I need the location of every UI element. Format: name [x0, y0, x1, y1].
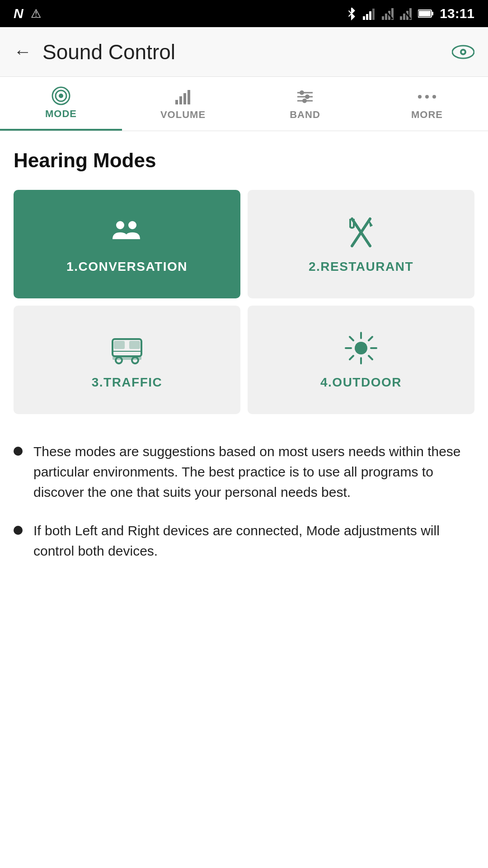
- tab-mode[interactable]: MODE: [0, 77, 122, 131]
- signal-icon: [363, 7, 376, 20]
- tab-more[interactable]: MORE: [366, 77, 488, 131]
- bullet-1: [14, 447, 23, 456]
- warning-icon: ⚠: [31, 7, 41, 21]
- info-item-2: If both Left and Right devices are conne…: [14, 520, 474, 561]
- svg-rect-2: [363, 16, 365, 20]
- conversation-icon: [109, 214, 145, 250]
- band-tab-icon: [296, 87, 314, 106]
- tab-band-label: BAND: [290, 109, 320, 121]
- bullet-2: [14, 526, 23, 535]
- tab-band[interactable]: BAND: [244, 77, 366, 131]
- tab-volume[interactable]: VOLUME: [122, 77, 244, 131]
- main-content: Hearing Modes 1.CONVERSATION: [0, 131, 488, 597]
- svg-rect-5: [372, 9, 375, 20]
- svg-point-36: [425, 95, 429, 99]
- svg-rect-7: [385, 14, 387, 20]
- battery-icon: [418, 9, 434, 19]
- mode-grid: 1.CONVERSATION 2.RESTAURANT: [14, 190, 474, 414]
- svg-line-54: [350, 337, 353, 340]
- svg-point-21: [462, 51, 465, 53]
- eye-icon[interactable]: [452, 44, 474, 60]
- no-signal2-icon: [400, 7, 413, 20]
- tab-volume-label: VOLUME: [160, 109, 206, 121]
- info-list: These modes are suggestions based on mos…: [14, 441, 474, 561]
- svg-point-24: [59, 94, 63, 98]
- svg-point-39: [128, 221, 136, 229]
- svg-line-55: [369, 356, 372, 359]
- n-logo-icon: N: [14, 6, 23, 21]
- svg-point-35: [418, 95, 422, 99]
- svg-rect-25: [175, 100, 178, 104]
- svg-rect-6: [382, 16, 384, 20]
- tab-mode-label: MODE: [45, 108, 77, 120]
- page-title: Sound Control: [42, 40, 452, 64]
- svg-rect-27: [183, 93, 186, 104]
- mode-outdoor-label: 4.OUTDOOR: [320, 375, 402, 390]
- tab-bar: MODE VOLUME BAND MORE: [0, 77, 488, 131]
- mode-restaurant-card[interactable]: 2.RESTAURANT: [248, 190, 474, 298]
- svg-point-34: [302, 99, 307, 103]
- svg-line-56: [369, 337, 372, 340]
- status-time: 13:11: [440, 6, 474, 21]
- outdoor-icon: [343, 330, 379, 366]
- svg-point-38: [116, 221, 124, 229]
- svg-rect-44: [130, 341, 140, 349]
- traffic-icon: [109, 330, 145, 366]
- info-item-1: These modes are suggestions based on mos…: [14, 441, 474, 502]
- svg-rect-17: [432, 12, 433, 15]
- back-button[interactable]: ←: [14, 42, 32, 62]
- app-bar: ← Sound Control: [0, 27, 488, 77]
- svg-point-32: [300, 90, 304, 95]
- hearing-modes-title: Hearing Modes: [14, 149, 474, 172]
- info-text-1: These modes are suggestions based on mos…: [33, 441, 474, 502]
- mode-traffic-card[interactable]: 3.TRAFFIC: [14, 306, 240, 414]
- mode-conversation-card[interactable]: 1.CONVERSATION: [14, 190, 240, 298]
- svg-rect-26: [179, 96, 182, 104]
- info-text-2: If both Left and Right devices are conne…: [33, 520, 474, 561]
- no-signal-icon: [382, 7, 394, 20]
- svg-point-37: [432, 95, 436, 99]
- svg-line-57: [350, 356, 353, 359]
- svg-rect-43: [114, 341, 124, 349]
- mode-traffic-label: 3.TRAFFIC: [92, 375, 163, 390]
- svg-rect-11: [400, 16, 402, 20]
- svg-rect-4: [369, 11, 371, 20]
- bluetooth-icon: [346, 7, 357, 20]
- svg-point-49: [355, 342, 367, 354]
- more-tab-icon: [418, 87, 436, 106]
- svg-rect-18: [419, 11, 431, 16]
- svg-rect-12: [403, 14, 405, 20]
- svg-rect-3: [366, 14, 368, 20]
- mode-outdoor-card[interactable]: 4.OUTDOOR: [248, 306, 474, 414]
- svg-rect-28: [188, 90, 190, 104]
- restaurant-icon: [343, 214, 379, 250]
- svg-point-33: [305, 94, 310, 99]
- status-bar: N ⚠: [0, 0, 488, 27]
- mode-restaurant-label: 2.RESTAURANT: [309, 259, 413, 274]
- status-bar-right: 13:11: [346, 6, 474, 21]
- tab-more-label: MORE: [411, 109, 443, 121]
- status-bar-left: N ⚠: [14, 6, 41, 21]
- mode-conversation-label: 1.CONVERSATION: [66, 259, 188, 274]
- mode-tab-icon: [52, 86, 70, 105]
- volume-tab-icon: [174, 87, 192, 106]
